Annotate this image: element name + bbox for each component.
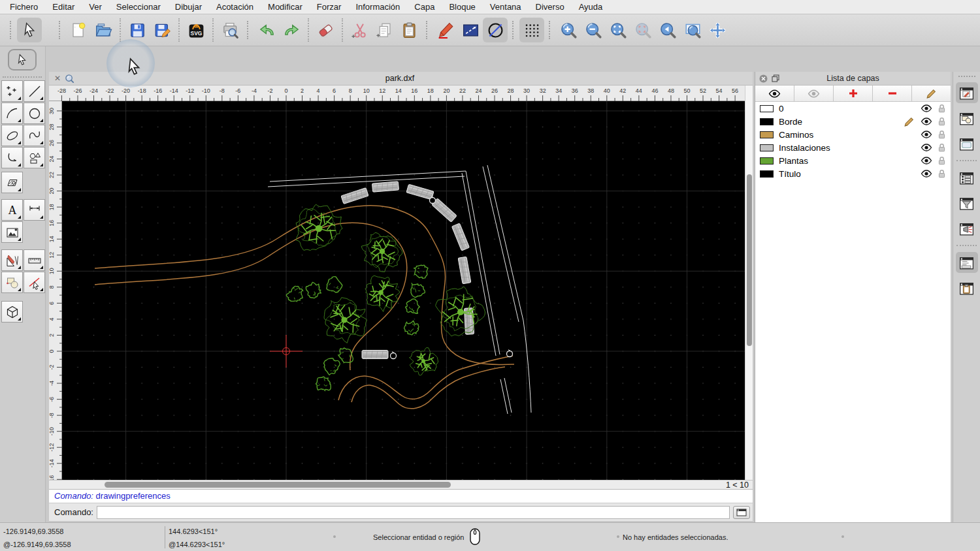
panel-float-button[interactable] (771, 74, 779, 83)
menu-ayuda[interactable]: Ayuda (572, 0, 610, 14)
layer-lock-toggle[interactable] (938, 156, 945, 165)
layer-row-0[interactable]: 0 (755, 102, 951, 115)
show-all-layers-button[interactable] (755, 86, 794, 101)
layer-visibility-toggle[interactable] (921, 144, 932, 151)
hatch-tool[interactable] (1, 172, 23, 193)
copy-button[interactable] (372, 18, 397, 42)
open-file-button[interactable] (91, 18, 116, 42)
layer-row-plantas[interactable]: Plantas (755, 154, 951, 167)
dimension-tool[interactable] (24, 199, 45, 221)
menu-ventana[interactable]: Ventana (483, 0, 529, 14)
layer-row-titulo[interactable]: Título (755, 167, 951, 180)
drawing-canvas[interactable] (62, 101, 745, 480)
print-preview-button[interactable] (218, 18, 242, 42)
save-as-button[interactable] (150, 18, 174, 42)
export-svg-button[interactable]: SVG (184, 18, 208, 42)
layer-lock-toggle[interactable] (938, 143, 945, 152)
zoom-selection-button[interactable] (630, 18, 655, 42)
circle-tool[interactable] (24, 102, 45, 124)
new-document-button[interactable] (66, 18, 91, 42)
edit-layer-button[interactable] (912, 86, 951, 101)
add-layer-button[interactable] (834, 86, 873, 101)
text-tool[interactable]: A (1, 199, 23, 221)
layer-visibility-toggle[interactable] (921, 104, 932, 112)
layer-lock-toggle[interactable] (938, 169, 945, 178)
save-button[interactable] (125, 18, 150, 42)
menu-bloque[interactable]: Bloque (442, 0, 482, 14)
remove-layer-button[interactable] (873, 86, 912, 101)
delete-button[interactable] (313, 18, 338, 42)
command-input[interactable] (97, 506, 730, 519)
shapes-tool[interactable] (24, 147, 45, 168)
layer-row-caminos[interactable]: Caminos (755, 128, 951, 141)
menu-fichero[interactable]: Fichero (3, 0, 45, 14)
draw-pen-button[interactable] (433, 18, 458, 42)
menu-ver[interactable]: Ver (82, 0, 109, 14)
paste-button[interactable] (397, 18, 421, 42)
layer-row-borde[interactable]: Borde (755, 115, 951, 128)
menu-seleccionar[interactable]: Seleccionar (109, 0, 168, 14)
block-list-widget-button[interactable] (956, 108, 978, 129)
zoom-in-button[interactable] (556, 18, 581, 42)
select-button[interactable] (17, 18, 42, 42)
menu-diverso[interactable]: Diverso (529, 0, 572, 14)
image-tool[interactable] (1, 221, 23, 243)
ellipse-tool[interactable] (1, 125, 23, 146)
layer-lock-toggle[interactable] (938, 117, 945, 126)
vertical-scrollbar-thumb[interactable] (747, 174, 752, 346)
menu-dibujar[interactable]: Dibujar (168, 0, 209, 14)
layer-visibility-toggle[interactable] (921, 118, 932, 125)
tab-close-button[interactable]: ✕ (54, 74, 61, 83)
menu-acotacion[interactable]: Acotación (209, 0, 261, 14)
palette-select-button[interactable] (8, 49, 37, 71)
measure-tool[interactable] (24, 249, 45, 271)
line-tool[interactable] (24, 80, 45, 102)
menu-forzar[interactable]: Forzar (310, 0, 349, 14)
svg-text:-4: -4 (252, 87, 257, 94)
grid-toggle-button[interactable] (519, 18, 544, 42)
hide-all-layers-button[interactable] (794, 86, 834, 101)
tab-preview-icon[interactable] (65, 74, 74, 84)
layer-visibility-toggle[interactable] (921, 131, 932, 138)
points-tool[interactable] (1, 80, 23, 102)
tab-title[interactable]: park.dxf (74, 74, 725, 83)
layer-visibility-toggle[interactable] (921, 170, 932, 178)
spline-tool[interactable] (24, 125, 45, 146)
menu-informacion[interactable]: Información (348, 0, 407, 14)
polyline-tool[interactable] (1, 147, 23, 168)
horizontal-scrollbar-thumb[interactable] (105, 482, 451, 488)
zoom-pan-button[interactable] (705, 18, 730, 42)
block-3d-tool[interactable] (1, 301, 23, 323)
menu-modificar[interactable]: Modificar (261, 0, 310, 14)
layer-row-instalaciones[interactable]: Instalaciones (755, 141, 951, 154)
layer-lock-toggle[interactable] (938, 104, 945, 113)
horizontal-scrollbar[interactable]: 1 < 10 (49, 480, 753, 489)
command-history-widget-button[interactable] (956, 252, 978, 273)
draw-line-button[interactable] (458, 18, 483, 42)
modify-trim-tool[interactable] (24, 272, 45, 293)
layer-visibility-toggle[interactable] (921, 157, 932, 165)
entity-list-widget-button[interactable] (956, 167, 978, 188)
undo-button[interactable] (254, 18, 279, 42)
draw-circle-button[interactable] (483, 18, 508, 42)
menu-editar[interactable]: Editar (45, 0, 82, 14)
spotlight-widget-button[interactable] (956, 218, 978, 239)
selection-filter-widget-button[interactable] (956, 193, 978, 213)
command-keyboard-button[interactable] (733, 506, 750, 519)
vertical-scrollbar[interactable] (745, 86, 753, 480)
redo-button[interactable] (279, 18, 304, 42)
zoom-out-button[interactable] (581, 18, 606, 42)
panel-close-button[interactable] (759, 74, 768, 83)
zoom-auto-button[interactable] (606, 18, 630, 42)
layer-list-widget-button[interactable] (956, 82, 978, 103)
menu-capa[interactable]: Capa (407, 0, 442, 14)
zoom-window-button[interactable] (680, 18, 705, 42)
library-browser-widget-button[interactable] (956, 133, 978, 154)
zoom-previous-button[interactable] (655, 18, 680, 42)
cut-button[interactable] (347, 18, 372, 42)
modify-shapes-tool[interactable] (1, 272, 23, 293)
tech-drawing-tool[interactable] (1, 249, 23, 271)
arc-tool[interactable] (1, 102, 23, 124)
layer-lock-toggle[interactable] (938, 130, 945, 139)
clipboard-widget-button[interactable] (956, 277, 978, 298)
